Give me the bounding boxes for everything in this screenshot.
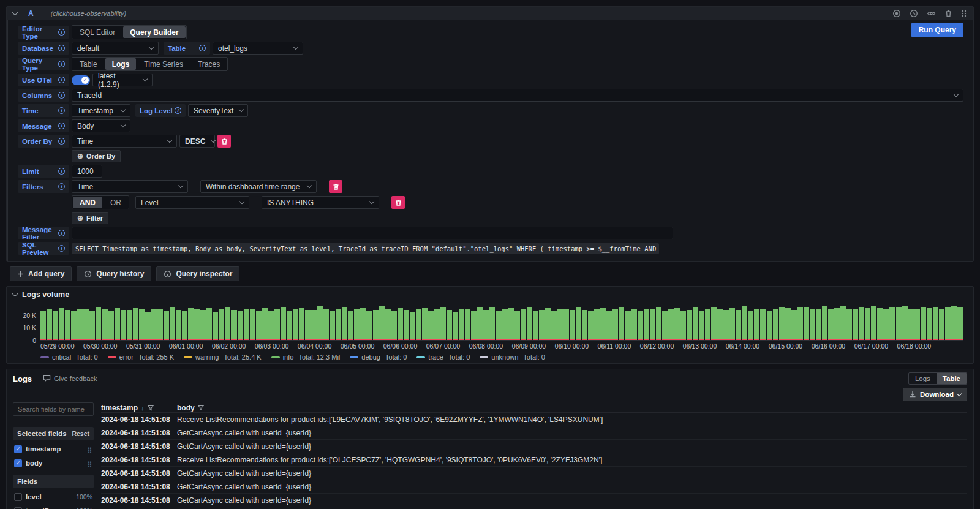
body-column-header[interactable]: body: [177, 404, 204, 412]
logs-volume-panel: Logs volume 20 K10 K0 05/29 00:0005/30 0…: [6, 286, 974, 364]
message-filter-input[interactable]: [72, 227, 673, 239]
legend-item-trace[interactable]: traceTotal: 0: [417, 353, 470, 361]
view-toggle-table[interactable]: Table: [937, 373, 967, 384]
info-icon[interactable]: i: [199, 45, 206, 51]
query-type-option-logs[interactable]: Logs: [105, 58, 137, 70]
otel-version-select[interactable]: latest (1.2.9): [92, 74, 153, 86]
checkbox-traceID[interactable]: [14, 507, 22, 509]
add-query-button[interactable]: Add query: [10, 266, 72, 281]
circle-dot-icon[interactable]: [892, 9, 901, 18]
condition-field-select[interactable]: Level: [135, 196, 249, 209]
drag-handle-icon[interactable]: ⣿: [88, 446, 92, 453]
info-icon[interactable]: i: [58, 183, 65, 190]
message-column-select[interactable]: Body: [72, 119, 130, 132]
info-icon[interactable]: i: [58, 29, 65, 36]
legend-item-unknown[interactable]: unknownTotal: 0: [480, 353, 545, 361]
filter-join-option-or[interactable]: OR: [103, 196, 129, 209]
give-feedback-link[interactable]: Give feedback: [43, 375, 908, 382]
use-otel-toggle[interactable]: ✓: [72, 75, 90, 85]
search-fields-input[interactable]: [13, 402, 94, 416]
volume-bar: [508, 308, 514, 340]
sort-desc-icon[interactable]: ↓: [141, 404, 145, 412]
logs-volume-header[interactable]: Logs volume: [13, 290, 967, 299]
body-cell: GetCartAsync called with userId={userId}: [177, 483, 967, 491]
condition-operator-select[interactable]: IS ANYTHING: [262, 196, 379, 209]
volume-bar: [600, 308, 606, 340]
volume-bar: [785, 308, 791, 341]
info-icon[interactable]: i: [58, 138, 65, 145]
drag-handle-icon[interactable]: [961, 9, 967, 18]
query-type-option-table[interactable]: Table: [72, 58, 105, 70]
table-select[interactable]: otel_logs: [213, 42, 303, 55]
selected-field-timestamp: ✓timestamp⣿: [13, 443, 94, 454]
info-icon[interactable]: i: [58, 45, 65, 51]
legend-item-error[interactable]: errorTotal: 255 K: [108, 353, 174, 361]
info-icon[interactable]: i: [58, 168, 65, 175]
info-icon[interactable]: i: [58, 107, 65, 114]
legend-item-debug[interactable]: debugTotal: 0: [350, 353, 407, 361]
order-direction-select[interactable]: DESC: [179, 135, 215, 148]
volume-bar: [570, 310, 575, 340]
info-icon[interactable]: i: [175, 107, 181, 114]
chevron-down-icon: [143, 77, 148, 81]
info-icon[interactable]: i: [58, 92, 65, 99]
editor-type-option-query-builder[interactable]: Query Builder: [123, 26, 185, 38]
eye-icon[interactable]: [927, 9, 936, 18]
database-select[interactable]: default: [72, 42, 159, 55]
query-type-option-time-series[interactable]: Time Series: [137, 58, 190, 70]
volume-bar: [102, 309, 107, 340]
query-row-header[interactable]: A (clickhouse-observability): [7, 7, 973, 20]
run-query-button[interactable]: Run Query: [911, 23, 963, 37]
volume-bar: [453, 312, 458, 340]
filter-field-select[interactable]: Time: [72, 180, 188, 193]
add-filter-button[interactable]: ⊕Filter: [72, 212, 108, 224]
volume-bar: [489, 307, 495, 340]
history-clock-icon[interactable]: [910, 9, 918, 18]
filter-operator-select[interactable]: Within dashboard time range: [200, 180, 317, 193]
query-history-button[interactable]: Query history: [77, 266, 151, 281]
log-level-select[interactable]: SeverityText: [188, 104, 248, 117]
download-button[interactable]: Download: [903, 388, 967, 401]
remove-condition-button[interactable]: [391, 196, 405, 209]
volume-bar: [299, 308, 304, 340]
logs-volume-title: Logs volume: [22, 290, 69, 299]
query-type-row: Query Typei TableLogsTime SeriesTraces: [18, 57, 963, 71]
collapse-chevron-icon[interactable]: [12, 10, 18, 16]
filter-funnel-icon[interactable]: [148, 405, 154, 411]
timestamp-column-header[interactable]: timestamp ↓: [101, 404, 177, 412]
editor-type-option-sql-editor[interactable]: SQL Editor: [72, 26, 123, 39]
info-icon[interactable]: i: [58, 245, 65, 252]
filter-funnel-icon[interactable]: [198, 405, 204, 411]
info-icon[interactable]: i: [58, 77, 65, 83]
checkbox-level[interactable]: [14, 493, 22, 501]
legend-item-critical[interactable]: criticalTotal: 0: [40, 353, 98, 361]
filter-join-option-and[interactable]: AND: [73, 197, 102, 208]
field-level: level100%: [13, 491, 94, 502]
reset-button[interactable]: Reset: [72, 430, 89, 437]
limit-input[interactable]: 1000: [72, 165, 102, 178]
volume-bar: [256, 311, 262, 340]
view-toggle-logs[interactable]: Logs: [909, 373, 937, 384]
y-tick-label: 20 K: [23, 312, 36, 319]
drag-handle-icon[interactable]: ⣿: [88, 460, 92, 467]
query-type-option-traces[interactable]: Traces: [190, 58, 227, 70]
legend-item-info[interactable]: infoTotal: 12.3 Mil: [271, 353, 341, 361]
order-by-field-select[interactable]: Time: [72, 135, 177, 148]
info-icon[interactable]: i: [58, 61, 65, 67]
checkbox-timestamp[interactable]: ✓: [14, 445, 22, 453]
info-icon[interactable]: i: [58, 123, 65, 129]
columns-multiselect[interactable]: TraceId: [72, 89, 963, 102]
checkbox-body[interactable]: ✓: [14, 459, 22, 467]
remove-order-by-button[interactable]: [217, 135, 231, 148]
remove-filter-button[interactable]: [329, 180, 342, 193]
query-inspector-button[interactable]: Query inspector: [156, 266, 239, 281]
volume-bar: [244, 309, 249, 340]
legend-color-swatch: [350, 356, 358, 358]
trash-icon[interactable]: [944, 9, 952, 18]
legend-item-warning[interactable]: warningTotal: 25.4 K: [184, 353, 262, 361]
add-order-by-button[interactable]: ⊕Order By: [72, 150, 121, 162]
timestamp-cell: 2024-06-18 14:51:08: [101, 442, 177, 451]
volume-bar: [170, 307, 175, 340]
time-column-select[interactable]: Timestamp: [72, 104, 130, 117]
info-icon[interactable]: i: [58, 230, 65, 236]
